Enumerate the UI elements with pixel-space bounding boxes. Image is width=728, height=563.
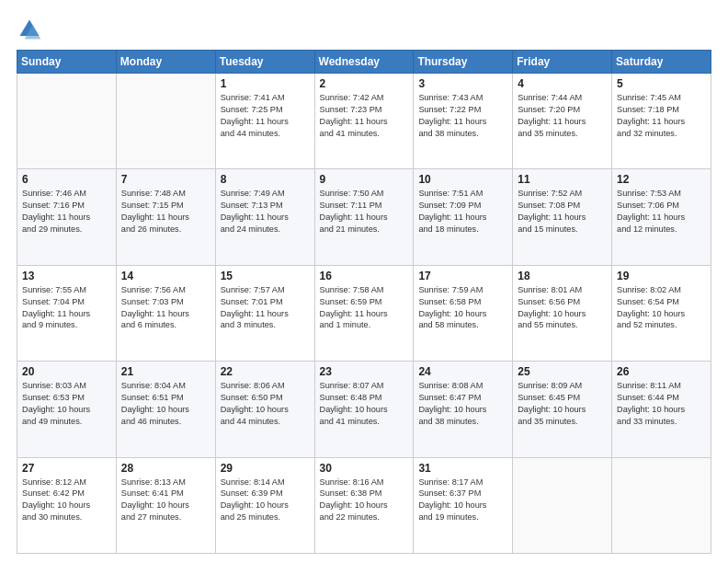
calendar-table: SundayMondayTuesdayWednesdayThursdayFrid… (17, 50, 711, 554)
day-info: Sunrise: 8:17 AM Sunset: 6:37 PM Dayligh… (418, 477, 507, 524)
calendar-cell: 5Sunrise: 7:45 AM Sunset: 7:18 PM Daylig… (612, 74, 711, 169)
calendar-cell: 7Sunrise: 7:48 AM Sunset: 7:15 PM Daylig… (116, 169, 215, 265)
calendar-cell: 31Sunrise: 8:17 AM Sunset: 6:37 PM Dayli… (414, 457, 513, 553)
calendar-cell: 26Sunrise: 8:11 AM Sunset: 6:44 PM Dayli… (612, 362, 711, 457)
day-number: 27 (22, 462, 111, 475)
day-header-sunday: Sunday (17, 51, 117, 74)
day-info: Sunrise: 7:46 AM Sunset: 7:16 PM Dayligh… (22, 188, 111, 236)
day-number: 15 (221, 270, 310, 282)
calendar-cell: 27Sunrise: 8:12 AM Sunset: 6:42 PM Dayli… (17, 457, 117, 553)
calendar-cell: 20Sunrise: 8:03 AM Sunset: 6:53 PM Dayli… (17, 362, 117, 457)
calendar-cell: 29Sunrise: 8:14 AM Sunset: 6:39 PM Dayli… (215, 457, 314, 553)
day-info: Sunrise: 7:52 AM Sunset: 7:08 PM Dayligh… (518, 188, 607, 236)
day-number: 25 (518, 365, 607, 378)
day-info: Sunrise: 8:16 AM Sunset: 6:38 PM Dayligh… (320, 477, 409, 524)
calendar-cell: 6Sunrise: 7:46 AM Sunset: 7:16 PM Daylig… (17, 169, 117, 265)
day-info: Sunrise: 8:03 AM Sunset: 6:53 PM Dayligh… (22, 380, 111, 428)
day-number: 7 (121, 173, 210, 186)
day-info: Sunrise: 7:48 AM Sunset: 7:15 PM Dayligh… (121, 188, 210, 236)
day-header-friday: Friday (513, 51, 612, 74)
calendar-cell: 2Sunrise: 7:42 AM Sunset: 7:23 PM Daylig… (314, 74, 414, 169)
day-number: 16 (320, 270, 409, 282)
day-info: Sunrise: 7:58 AM Sunset: 6:59 PM Dayligh… (320, 284, 409, 332)
calendar-cell: 16Sunrise: 7:58 AM Sunset: 6:59 PM Dayli… (314, 265, 414, 361)
day-info: Sunrise: 7:50 AM Sunset: 7:11 PM Dayligh… (320, 188, 409, 236)
day-info: Sunrise: 8:14 AM Sunset: 6:39 PM Dayligh… (221, 477, 310, 524)
day-header-wednesday: Wednesday (314, 51, 414, 74)
day-header-thursday: Thursday (414, 51, 513, 74)
day-number: 24 (418, 365, 507, 378)
calendar-cell (17, 74, 117, 169)
day-number: 14 (121, 270, 210, 282)
day-number: 6 (22, 173, 111, 186)
calendar-cell (116, 74, 215, 169)
day-number: 8 (221, 173, 310, 186)
week-row-2: 6Sunrise: 7:46 AM Sunset: 7:16 PM Daylig… (17, 169, 711, 265)
week-row-1: 1Sunrise: 7:41 AM Sunset: 7:25 PM Daylig… (17, 74, 711, 169)
day-number: 9 (320, 173, 409, 186)
calendar-header-row: SundayMondayTuesdayWednesdayThursdayFrid… (17, 51, 711, 74)
calendar-cell (513, 457, 612, 553)
day-info: Sunrise: 7:41 AM Sunset: 7:25 PM Dayligh… (221, 92, 310, 140)
day-number: 5 (617, 77, 706, 90)
day-header-tuesday: Tuesday (215, 51, 314, 74)
day-info: Sunrise: 8:07 AM Sunset: 6:48 PM Dayligh… (320, 380, 409, 428)
logo-icon (17, 17, 42, 42)
calendar-cell: 14Sunrise: 7:56 AM Sunset: 7:03 PM Dayli… (116, 265, 215, 361)
day-number: 30 (320, 462, 409, 475)
week-row-3: 13Sunrise: 7:55 AM Sunset: 7:04 PM Dayli… (17, 265, 711, 361)
day-number: 26 (617, 365, 706, 378)
day-number: 23 (320, 365, 409, 378)
day-number: 2 (320, 77, 409, 90)
day-info: Sunrise: 8:11 AM Sunset: 6:44 PM Dayligh… (617, 380, 706, 428)
day-info: Sunrise: 7:49 AM Sunset: 7:13 PM Dayligh… (221, 188, 310, 236)
logo (17, 17, 46, 42)
day-header-monday: Monday (116, 51, 215, 74)
day-number: 11 (518, 173, 607, 186)
calendar-cell: 17Sunrise: 7:59 AM Sunset: 6:58 PM Dayli… (414, 265, 513, 361)
calendar-cell: 15Sunrise: 7:57 AM Sunset: 7:01 PM Dayli… (215, 265, 314, 361)
day-info: Sunrise: 8:01 AM Sunset: 6:56 PM Dayligh… (518, 284, 607, 332)
calendar-cell: 24Sunrise: 8:08 AM Sunset: 6:47 PM Dayli… (414, 362, 513, 457)
day-info: Sunrise: 8:12 AM Sunset: 6:42 PM Dayligh… (22, 477, 111, 524)
calendar-cell: 25Sunrise: 8:09 AM Sunset: 6:45 PM Dayli… (513, 362, 612, 457)
calendar-cell: 13Sunrise: 7:55 AM Sunset: 7:04 PM Dayli… (17, 265, 117, 361)
day-info: Sunrise: 7:56 AM Sunset: 7:03 PM Dayligh… (121, 284, 210, 332)
calendar-cell: 23Sunrise: 8:07 AM Sunset: 6:48 PM Dayli… (314, 362, 414, 457)
calendar-cell: 12Sunrise: 7:53 AM Sunset: 7:06 PM Dayli… (612, 169, 711, 265)
day-number: 13 (22, 270, 111, 282)
day-info: Sunrise: 7:59 AM Sunset: 6:58 PM Dayligh… (418, 284, 507, 332)
calendar-cell: 1Sunrise: 7:41 AM Sunset: 7:25 PM Daylig… (215, 74, 314, 169)
week-row-5: 27Sunrise: 8:12 AM Sunset: 6:42 PM Dayli… (17, 457, 711, 553)
day-number: 22 (221, 365, 310, 378)
day-number: 12 (617, 173, 706, 186)
header (17, 17, 711, 42)
day-info: Sunrise: 7:45 AM Sunset: 7:18 PM Dayligh… (617, 92, 706, 140)
calendar-cell: 9Sunrise: 7:50 AM Sunset: 7:11 PM Daylig… (314, 169, 414, 265)
day-number: 21 (121, 365, 210, 378)
calendar-cell: 3Sunrise: 7:43 AM Sunset: 7:22 PM Daylig… (414, 74, 513, 169)
day-info: Sunrise: 7:43 AM Sunset: 7:22 PM Dayligh… (418, 92, 507, 140)
day-info: Sunrise: 7:44 AM Sunset: 7:20 PM Dayligh… (518, 92, 607, 140)
calendar-cell: 18Sunrise: 8:01 AM Sunset: 6:56 PM Dayli… (513, 265, 612, 361)
day-number: 19 (617, 270, 706, 282)
calendar-cell: 11Sunrise: 7:52 AM Sunset: 7:08 PM Dayli… (513, 169, 612, 265)
day-number: 28 (121, 462, 210, 475)
calendar-cell: 10Sunrise: 7:51 AM Sunset: 7:09 PM Dayli… (414, 169, 513, 265)
day-number: 10 (418, 173, 507, 186)
day-number: 18 (518, 270, 607, 282)
page: SundayMondayTuesdayWednesdayThursdayFrid… (0, 0, 728, 563)
day-number: 31 (418, 462, 507, 475)
day-info: Sunrise: 8:06 AM Sunset: 6:50 PM Dayligh… (221, 380, 310, 428)
calendar-cell: 22Sunrise: 8:06 AM Sunset: 6:50 PM Dayli… (215, 362, 314, 457)
calendar-cell: 4Sunrise: 7:44 AM Sunset: 7:20 PM Daylig… (513, 74, 612, 169)
calendar-cell: 28Sunrise: 8:13 AM Sunset: 6:41 PM Dayli… (116, 457, 215, 553)
day-info: Sunrise: 8:09 AM Sunset: 6:45 PM Dayligh… (518, 380, 607, 428)
calendar-cell (612, 457, 711, 553)
day-number: 20 (22, 365, 111, 378)
day-info: Sunrise: 7:55 AM Sunset: 7:04 PM Dayligh… (22, 284, 111, 332)
calendar-cell: 21Sunrise: 8:04 AM Sunset: 6:51 PM Dayli… (116, 362, 215, 457)
day-number: 29 (221, 462, 310, 475)
day-info: Sunrise: 7:42 AM Sunset: 7:23 PM Dayligh… (320, 92, 409, 140)
day-info: Sunrise: 8:08 AM Sunset: 6:47 PM Dayligh… (418, 380, 507, 428)
